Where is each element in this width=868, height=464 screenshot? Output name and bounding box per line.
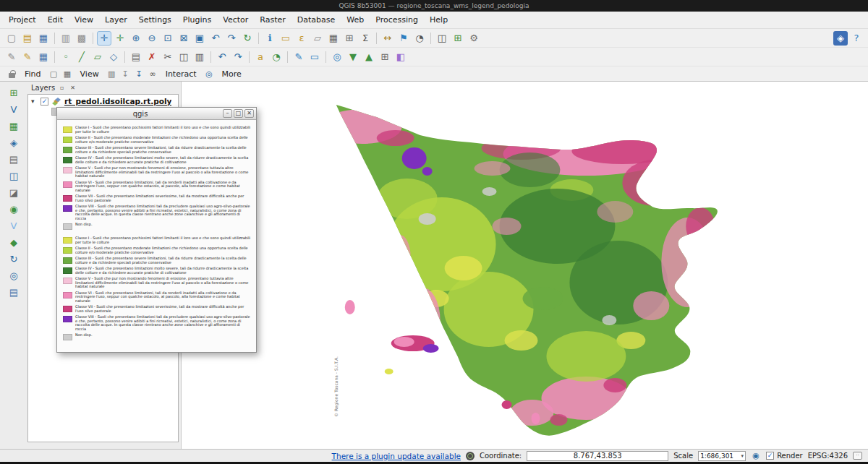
coordinate-input[interactable]: [527, 451, 668, 461]
view-grid-icon[interactable]: ▥: [106, 68, 118, 80]
save-layer-edits-icon[interactable]: ▦: [36, 50, 51, 64]
menu-raster[interactable]: Raster: [254, 13, 291, 27]
field-calculator-icon[interactable]: ⊞: [342, 31, 357, 46]
osm-import-icon[interactable]: ⊞: [378, 50, 392, 64]
form-annotation-icon[interactable]: ▭: [307, 50, 322, 64]
view-link-icon[interactable]: ∞: [147, 68, 159, 80]
zoom-out-icon[interactable]: ⊖: [145, 31, 159, 46]
zoom-next-icon[interactable]: ↷: [224, 31, 239, 46]
modify-attributes-icon[interactable]: ▤: [129, 50, 143, 64]
add-spatialite-layer-icon[interactable]: ◪: [6, 184, 22, 200]
paste-features-icon[interactable]: ▥: [192, 50, 207, 64]
show-layout-manager-icon[interactable]: ▩: [75, 31, 89, 46]
dock-float-icon[interactable]: ▫: [58, 84, 66, 92]
open-project-icon[interactable]: ▤: [20, 31, 35, 46]
add-raster-layer-icon[interactable]: ▦: [6, 118, 22, 134]
find-marquee-icon[interactable]: ▢: [48, 68, 60, 80]
measure-line-icon[interactable]: ↔: [380, 31, 395, 46]
window-titlebar[interactable]: QGIS 8b53001 — regione_toscana_wms_legen…: [0, 0, 868, 12]
render-checkbox[interactable]: ✓: [766, 452, 774, 460]
add-mesh-layer-icon[interactable]: ◈: [6, 134, 22, 150]
cut-features-icon[interactable]: ✂: [161, 50, 175, 64]
zoom-to-selection-icon[interactable]: ⊠: [176, 31, 191, 46]
processing-toolbox-icon[interactable]: ⚙: [467, 31, 481, 46]
crs-status[interactable]: EPSG:4326: [808, 452, 848, 460]
layer-visibility-checkbox[interactable]: ✓: [41, 98, 48, 106]
statistical-summary-icon[interactable]: Σ: [358, 31, 373, 46]
map-canvas[interactable]: © Regione Toscana - S.I.T.A.: [181, 82, 868, 449]
add-delimited-text-layer-icon[interactable]: ▤: [6, 151, 22, 167]
pan-to-selection-icon[interactable]: ✛: [113, 31, 127, 46]
osm-place-search-icon[interactable]: ◎: [6, 267, 22, 283]
python-console-icon[interactable]: ◈: [833, 31, 848, 46]
select-features-icon[interactable]: ▭: [278, 31, 293, 46]
layer-labeling-icon[interactable]: a: [253, 50, 268, 64]
spatial-bookmarks-icon[interactable]: ⚑: [396, 31, 411, 46]
expander-icon[interactable]: ▾: [31, 98, 38, 105]
view-label[interactable]: View: [75, 69, 104, 79]
view-pin-alt-icon[interactable]: ↧: [133, 68, 145, 80]
dialog-titlebar[interactable]: qgis – □ ✕: [57, 108, 256, 120]
minimize-icon[interactable]: –: [223, 109, 232, 118]
menu-vector[interactable]: Vector: [217, 13, 254, 27]
menu-edit[interactable]: Edit: [42, 13, 69, 27]
add-postgis-layer-icon[interactable]: ◫: [6, 168, 22, 184]
magnifier-icon[interactable]: ◉: [751, 451, 761, 461]
render-toggle[interactable]: ✓ Render: [766, 452, 803, 460]
dock-close-icon[interactable]: ✕: [69, 84, 77, 92]
add-point-feature-icon[interactable]: ◦: [59, 50, 73, 64]
copy-features-icon[interactable]: ◫: [176, 50, 191, 64]
zoom-to-layer-icon[interactable]: ▣: [192, 31, 207, 46]
temporal-controller-icon[interactable]: ◔: [412, 31, 427, 46]
messages-icon[interactable]: ··: [853, 452, 862, 460]
maximize-icon[interactable]: □: [234, 109, 243, 118]
scale-combobox[interactable]: 1:686,301 ▾: [698, 451, 746, 461]
layer-diagram-icon[interactable]: ◔: [269, 50, 284, 64]
open-attribute-table-icon[interactable]: ▦: [326, 31, 341, 46]
zoom-last-icon[interactable]: ↶: [208, 31, 223, 46]
interact-target-icon[interactable]: ◎: [203, 68, 216, 80]
refresh-layers-icon[interactable]: ↻: [6, 251, 22, 267]
more-label[interactable]: More: [217, 69, 247, 79]
toggle-editing-icon[interactable]: ✎: [20, 50, 35, 64]
new-map-view-icon[interactable]: ◫: [435, 31, 449, 46]
new-geopackage-layer-icon[interactable]: ◆: [6, 234, 22, 250]
save-project-icon[interactable]: ▦: [36, 31, 51, 46]
view-pin-icon[interactable]: ↧: [119, 68, 132, 80]
help-contents-icon[interactable]: ?: [849, 31, 864, 46]
open-data-source-manager-icon[interactable]: ⊞: [6, 85, 22, 100]
find-label[interactable]: Find: [20, 69, 46, 79]
lock-icon[interactable]: [6, 68, 18, 80]
new-project-icon[interactable]: ▢: [4, 31, 19, 46]
close-icon[interactable]: ✕: [244, 109, 254, 118]
zoom-in-icon[interactable]: ⊕: [129, 31, 143, 46]
search-layers-icon[interactable]: ▤: [6, 284, 22, 300]
deselect-features-icon[interactable]: ▱: [310, 31, 325, 46]
current-edits-icon[interactable]: ✎: [4, 50, 19, 64]
menu-project[interactable]: Project: [3, 13, 42, 27]
pan-map-icon[interactable]: ✛: [97, 31, 111, 46]
add-polygon-feature-icon[interactable]: ▱: [90, 50, 105, 64]
interact-label[interactable]: Interact: [161, 69, 202, 79]
text-annotation-icon[interactable]: ✎: [292, 50, 306, 64]
identify-features-icon[interactable]: ℹ: [263, 31, 277, 46]
redo-icon[interactable]: ↷: [231, 50, 245, 64]
add-line-feature-icon[interactable]: ╱: [75, 50, 89, 64]
menu-plugins[interactable]: Plugins: [177, 13, 217, 27]
refresh-map-icon[interactable]: ↻: [240, 31, 255, 46]
undo-icon[interactable]: ↶: [215, 50, 229, 64]
add-wfs-layer-icon[interactable]: V: [6, 218, 22, 233]
chevron-down-icon[interactable]: ▾: [741, 453, 744, 459]
menu-web[interactable]: Web: [341, 13, 370, 27]
plugin-update-link[interactable]: There is a plugin update available: [332, 452, 461, 460]
menu-view[interactable]: View: [69, 13, 99, 27]
new-print-layout-icon[interactable]: ▥: [59, 31, 73, 46]
osm-download-icon[interactable]: ▼: [346, 50, 360, 64]
select-by-expression-icon[interactable]: ε: [294, 31, 309, 46]
style-dock-icon[interactable]: ◧: [393, 50, 408, 64]
delete-selected-icon[interactable]: ✗: [145, 50, 159, 64]
osm-upload-icon[interactable]: ▲: [362, 50, 376, 64]
zoom-full-icon[interactable]: ⊡: [161, 31, 175, 46]
menu-help[interactable]: Help: [424, 13, 454, 27]
data-source-manager-icon[interactable]: ⊞: [451, 31, 465, 46]
